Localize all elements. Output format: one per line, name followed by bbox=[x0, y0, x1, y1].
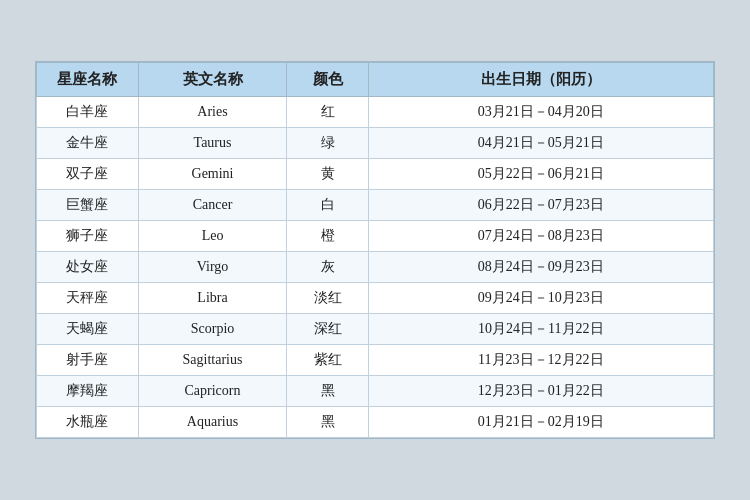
cell-color: 橙 bbox=[287, 221, 368, 252]
cell-date: 12月23日－01月22日 bbox=[368, 376, 713, 407]
cell-zh: 天秤座 bbox=[37, 283, 139, 314]
cell-en: Aquarius bbox=[138, 407, 287, 438]
cell-color: 黄 bbox=[287, 159, 368, 190]
table-row: 处女座Virgo灰08月24日－09月23日 bbox=[37, 252, 714, 283]
cell-en: Aries bbox=[138, 97, 287, 128]
cell-color: 淡红 bbox=[287, 283, 368, 314]
header-en: 英文名称 bbox=[138, 63, 287, 97]
cell-color: 黑 bbox=[287, 407, 368, 438]
table-row: 射手座Sagittarius紫红11月23日－12月22日 bbox=[37, 345, 714, 376]
cell-zh: 射手座 bbox=[37, 345, 139, 376]
zodiac-table: 星座名称 英文名称 颜色 出生日期（阳历） 白羊座Aries红03月21日－04… bbox=[36, 62, 714, 438]
cell-en: Sagittarius bbox=[138, 345, 287, 376]
cell-date: 11月23日－12月22日 bbox=[368, 345, 713, 376]
zodiac-table-container: 星座名称 英文名称 颜色 出生日期（阳历） 白羊座Aries红03月21日－04… bbox=[35, 61, 715, 439]
cell-en: Cancer bbox=[138, 190, 287, 221]
cell-zh: 双子座 bbox=[37, 159, 139, 190]
cell-en: Libra bbox=[138, 283, 287, 314]
cell-en: Scorpio bbox=[138, 314, 287, 345]
cell-zh: 巨蟹座 bbox=[37, 190, 139, 221]
table-row: 水瓶座Aquarius黑01月21日－02月19日 bbox=[37, 407, 714, 438]
table-row: 双子座Gemini黄05月22日－06月21日 bbox=[37, 159, 714, 190]
cell-color: 绿 bbox=[287, 128, 368, 159]
cell-date: 03月21日－04月20日 bbox=[368, 97, 713, 128]
cell-en: Gemini bbox=[138, 159, 287, 190]
cell-zh: 狮子座 bbox=[37, 221, 139, 252]
cell-zh: 摩羯座 bbox=[37, 376, 139, 407]
cell-color: 红 bbox=[287, 97, 368, 128]
cell-zh: 水瓶座 bbox=[37, 407, 139, 438]
cell-color: 白 bbox=[287, 190, 368, 221]
cell-date: 01月21日－02月19日 bbox=[368, 407, 713, 438]
table-row: 金牛座Taurus绿04月21日－05月21日 bbox=[37, 128, 714, 159]
cell-date: 04月21日－05月21日 bbox=[368, 128, 713, 159]
cell-color: 深红 bbox=[287, 314, 368, 345]
table-row: 摩羯座Capricorn黑12月23日－01月22日 bbox=[37, 376, 714, 407]
cell-color: 灰 bbox=[287, 252, 368, 283]
cell-date: 08月24日－09月23日 bbox=[368, 252, 713, 283]
cell-date: 05月22日－06月21日 bbox=[368, 159, 713, 190]
cell-color: 紫红 bbox=[287, 345, 368, 376]
cell-en: Capricorn bbox=[138, 376, 287, 407]
table-row: 巨蟹座Cancer白06月22日－07月23日 bbox=[37, 190, 714, 221]
cell-zh: 天蝎座 bbox=[37, 314, 139, 345]
cell-color: 黑 bbox=[287, 376, 368, 407]
cell-zh: 处女座 bbox=[37, 252, 139, 283]
cell-en: Leo bbox=[138, 221, 287, 252]
cell-date: 09月24日－10月23日 bbox=[368, 283, 713, 314]
header-zh: 星座名称 bbox=[37, 63, 139, 97]
table-row: 天秤座Libra淡红09月24日－10月23日 bbox=[37, 283, 714, 314]
cell-date: 06月22日－07月23日 bbox=[368, 190, 713, 221]
cell-zh: 金牛座 bbox=[37, 128, 139, 159]
cell-en: Virgo bbox=[138, 252, 287, 283]
header-date: 出生日期（阳历） bbox=[368, 63, 713, 97]
table-row: 白羊座Aries红03月21日－04月20日 bbox=[37, 97, 714, 128]
cell-en: Taurus bbox=[138, 128, 287, 159]
header-color: 颜色 bbox=[287, 63, 368, 97]
table-header-row: 星座名称 英文名称 颜色 出生日期（阳历） bbox=[37, 63, 714, 97]
table-row: 天蝎座Scorpio深红10月24日－11月22日 bbox=[37, 314, 714, 345]
cell-date: 10月24日－11月22日 bbox=[368, 314, 713, 345]
cell-zh: 白羊座 bbox=[37, 97, 139, 128]
cell-date: 07月24日－08月23日 bbox=[368, 221, 713, 252]
table-row: 狮子座Leo橙07月24日－08月23日 bbox=[37, 221, 714, 252]
